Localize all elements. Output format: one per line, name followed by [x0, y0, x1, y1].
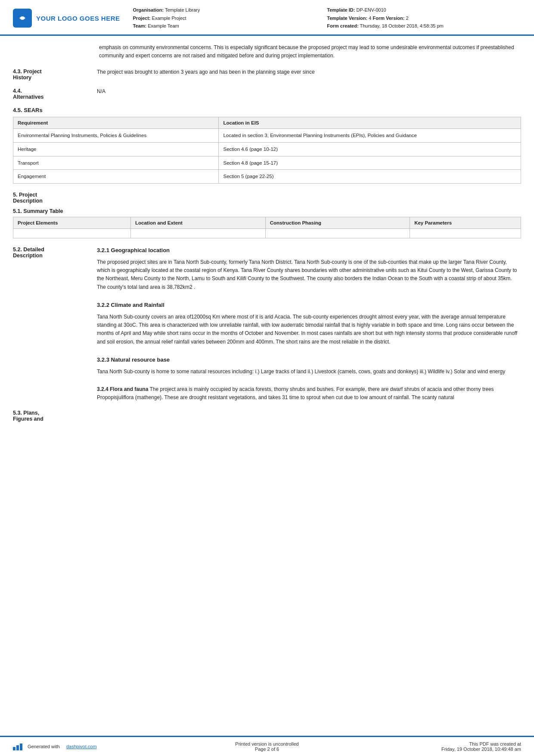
footer-right: This PDF was created at Friday, 19 Octob…: [418, 741, 521, 752]
svg-point-1: [21, 16, 24, 20]
template-id-value: DP-ENV-0010: [357, 7, 386, 12]
pdf-created-text: This PDF was created at: [418, 741, 521, 747]
flora-para: 3.2.4 Flora and fauna The project area i…: [97, 385, 521, 402]
table-row: [13, 228, 521, 238]
form-created-value: Thursday, 18 October 2018, 4:58:35 pm: [360, 23, 443, 28]
summary-col-construction: Construction Phasing: [265, 217, 410, 228]
section-4-4-na: N/A: [97, 88, 106, 94]
intro-text: emphasis on community environmental conc…: [99, 44, 521, 59]
team-line: Team: Example Team: [133, 22, 327, 30]
table-row: Heritage Section 4.6 (page 10-12): [13, 142, 521, 156]
summary-table: Project Elements Location and Extent Con…: [13, 217, 521, 238]
sears-row1-req: Environmental Planning Instruments, Poli…: [13, 129, 219, 143]
natural-body: Tana North Sub-county is home to some na…: [97, 368, 521, 376]
summary-col-parameters: Key Parameters: [410, 217, 521, 228]
bar2: [16, 745, 19, 750]
team-value: Example Team: [148, 23, 179, 28]
section-5-1-heading: 5.1. Summary Table: [13, 208, 521, 214]
form-version-label: Form Version:: [373, 16, 404, 21]
section-5-content: [97, 191, 521, 204]
natural-heading: 3.2.3 Natural resource base: [97, 356, 521, 364]
sears-row4-loc: Section 5 (page 22-25): [219, 170, 521, 184]
section-5-1: 5.1. Summary Table Project Elements Loca…: [13, 208, 521, 238]
section-5-heading-row: 5. ProjectDescription: [13, 191, 521, 204]
section-5-3: 5.3. Plans,Figures and: [13, 409, 521, 422]
section-5-3-label: 5.3. Plans,Figures and: [13, 409, 97, 422]
uncontrolled-text: Printed version is uncontrolled: [116, 741, 418, 747]
flora-body: The project area is mainly occupied by a…: [97, 386, 494, 400]
summary-row1-construction: [265, 228, 410, 238]
footer-center: Printed version is uncontrolled Page 2 o…: [116, 741, 418, 752]
sears-row1-loc: Located in section 3, Environmental Plan…: [219, 129, 521, 143]
geo-heading: 3.2.1 Geographical location: [97, 246, 521, 255]
summary-row1-elements: [13, 228, 131, 238]
section-5-3-content: [97, 409, 521, 422]
section-5-2-label: 5.2. DetailedDescription: [13, 246, 97, 405]
footer-left: Generated with dashpivot.com: [13, 743, 116, 750]
logo-icon: [13, 9, 32, 28]
summary-col-location: Location and Extent: [131, 217, 266, 228]
bar1: [13, 747, 16, 750]
sears-table: Requirement Location in EIS Environmenta…: [13, 117, 521, 184]
section-5-2: 5.2. DetailedDescription 3.2.1 Geographi…: [13, 246, 521, 405]
sears-row4-req: Engagement: [13, 170, 219, 184]
table-row: Engagement Section 5 (page 22-25): [13, 170, 521, 184]
section-5-label: 5. ProjectDescription: [13, 191, 97, 204]
header-meta-right: Template ID: DP-ENV-0010 Template Versio…: [327, 6, 521, 30]
table-row: Environmental Planning Instruments, Poli…: [13, 129, 521, 143]
generated-text: Generated with: [28, 744, 60, 749]
section-4-3-label: 4.3. ProjectHistory: [13, 68, 97, 81]
logo-text: YOUR LOGO GOES HERE: [36, 15, 120, 22]
sears-row2-req: Heritage: [13, 142, 219, 156]
dashpivot-icon: [13, 743, 25, 750]
section-4-3: 4.3. ProjectHistory The project was brou…: [13, 68, 521, 81]
section-4-5-heading: 4.5. SEARs: [13, 107, 521, 113]
summary-col-elements: Project Elements: [13, 217, 131, 228]
table-row: Transport Section 4.8 (page 15-17): [13, 156, 521, 170]
project-line: Project: Example Project: [133, 14, 327, 22]
sears-row2-loc: Section 4.6 (page 10-12): [219, 142, 521, 156]
template-id-label: Template ID:: [327, 7, 355, 12]
template-version-value: 4: [369, 16, 371, 21]
section-4-4-content: N/A: [97, 87, 521, 100]
org-value: Template Library: [165, 7, 200, 12]
form-created-label: Form created:: [327, 23, 358, 28]
section-4-5: 4.5. SEARs Requirement Location in EIS E…: [13, 107, 521, 184]
page: YOUR LOGO GOES HERE Organisation: Templa…: [0, 0, 534, 756]
template-id-line: Template ID: DP-ENV-0010: [327, 6, 521, 14]
sears-row3-req: Transport: [13, 156, 219, 170]
section-4-4-label: 4.4.Alternatives: [13, 87, 97, 100]
footer: Generated with dashpivot.com Printed ver…: [0, 736, 534, 756]
form-version-value: 2: [406, 16, 408, 21]
dashpivot-link[interactable]: dashpivot.com: [66, 744, 97, 749]
template-version-label: Template Version:: [327, 16, 367, 21]
bar3: [20, 744, 22, 750]
org-line: Organisation: Template Library: [133, 6, 327, 14]
org-label: Organisation:: [133, 7, 164, 12]
template-version-line: Template Version: 4 Form Version: 2: [327, 14, 521, 22]
sears-col-requirement: Requirement: [13, 117, 219, 129]
section-4-3-content: The project was brought to attention 3 y…: [97, 68, 521, 81]
geo-body: The proposed project sites are in Tana N…: [97, 258, 521, 291]
project-value: Example Project: [152, 16, 186, 21]
project-label: Project:: [133, 16, 151, 21]
page-number: Page 2 of 6: [116, 747, 418, 752]
header-meta-left: Organisation: Template Library Project: …: [133, 6, 327, 30]
team-label: Team:: [133, 23, 147, 28]
climate-body: Tana North Sub-county covers an area of1…: [97, 313, 521, 346]
sears-col-location: Location in EIS: [219, 117, 521, 129]
form-created-line: Form created: Thursday, 18 October 2018,…: [327, 22, 521, 30]
summary-row1-location: [131, 228, 266, 238]
logo-area: YOUR LOGO GOES HERE: [13, 9, 120, 28]
pdf-date: Friday, 19 October 2018, 10:49:48 am: [418, 747, 521, 752]
climate-heading: 3.2.2 Climate and Rainfall: [97, 301, 521, 309]
sears-row3-loc: Section 4.8 (page 15-17): [219, 156, 521, 170]
flora-bold: 3.2.4 Flora and fauna: [97, 386, 148, 392]
header-meta: Organisation: Template Library Project: …: [120, 6, 521, 30]
summary-row1-parameters: [410, 228, 521, 238]
section-4-4: 4.4.Alternatives N/A: [13, 87, 521, 100]
main-content: emphasis on community environmental conc…: [0, 36, 534, 736]
header: YOUR LOGO GOES HERE Organisation: Templa…: [0, 0, 534, 36]
section-5-2-content: 3.2.1 Geographical location The proposed…: [97, 246, 521, 405]
